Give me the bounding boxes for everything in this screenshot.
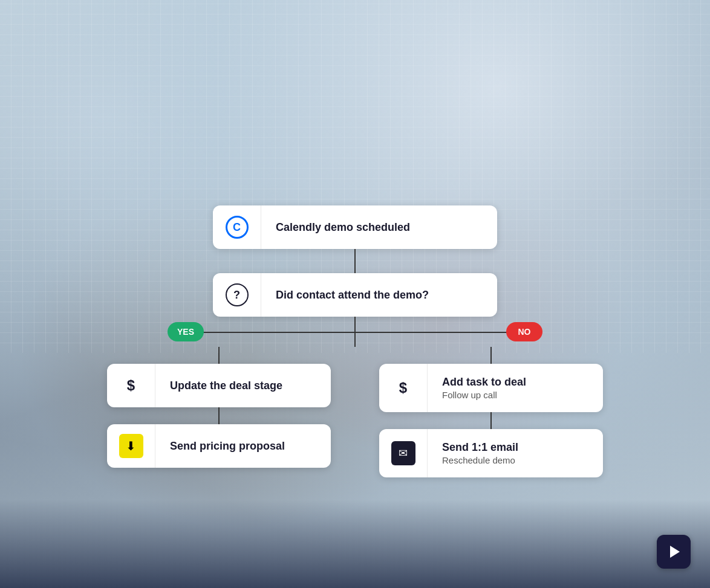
send-email-card: ✉ Send 1:1 email Reschedule demo — [379, 429, 603, 477]
branch-divider: YES NO — [107, 317, 603, 347]
calendly-icon: C — [226, 216, 249, 239]
condition-icon-container: ? — [213, 273, 261, 317]
yes-badge: YES — [168, 322, 204, 341]
dollar-icon-2: $ — [379, 364, 428, 412]
play-icon — [670, 546, 680, 558]
no-connector-v — [490, 347, 492, 364]
yes-connector-v2 — [218, 407, 220, 424]
trigger-card: C Calendly demo scheduled — [213, 205, 497, 249]
content-area: C Calendly demo scheduled ? Did contact … — [0, 0, 710, 588]
send-email-label: Send 1:1 email Reschedule demo — [428, 431, 533, 475]
trigger-label: Calendly demo scheduled — [261, 212, 425, 244]
yes-column: $ Update the deal stage ⬇ Send pricing p… — [107, 347, 331, 468]
dollar-icon-1: $ — [107, 364, 155, 407]
pricing-label: Send pricing proposal — [155, 430, 299, 462]
pricing-card: ⬇ Send pricing proposal — [107, 424, 331, 468]
flowchart: C Calendly demo scheduled ? Did contact … — [107, 205, 603, 477]
play-button[interactable] — [657, 535, 691, 569]
email-icon-container: ✉ — [379, 429, 428, 477]
question-icon: ? — [226, 283, 249, 306]
branch-columns: $ Update the deal stage ⬇ Send pricing p… — [107, 347, 603, 477]
yes-connector-v — [218, 347, 220, 364]
update-deal-label: Update the deal stage — [155, 370, 297, 402]
connector-trigger-condition — [354, 249, 356, 273]
add-task-label: Add task to deal Follow up call — [428, 366, 541, 410]
no-connector-v2 — [490, 412, 492, 429]
h-connector — [186, 332, 524, 333]
download-icon: ⬇ — [119, 434, 143, 458]
no-badge: NO — [506, 322, 542, 341]
condition-label: Did contact attend the demo? — [261, 279, 443, 311]
trigger-icon-container: C — [213, 205, 261, 249]
no-column: $ Add task to deal Follow up call ✉ Send — [379, 347, 603, 477]
download-icon-container: ⬇ — [107, 424, 155, 468]
email-icon: ✉ — [391, 441, 415, 465]
trigger-section: C Calendly demo scheduled ? Did contact … — [213, 205, 497, 317]
condition-card: ? Did contact attend the demo? — [213, 273, 497, 317]
update-deal-card: $ Update the deal stage — [107, 364, 331, 407]
add-task-card: $ Add task to deal Follow up call — [379, 364, 603, 412]
